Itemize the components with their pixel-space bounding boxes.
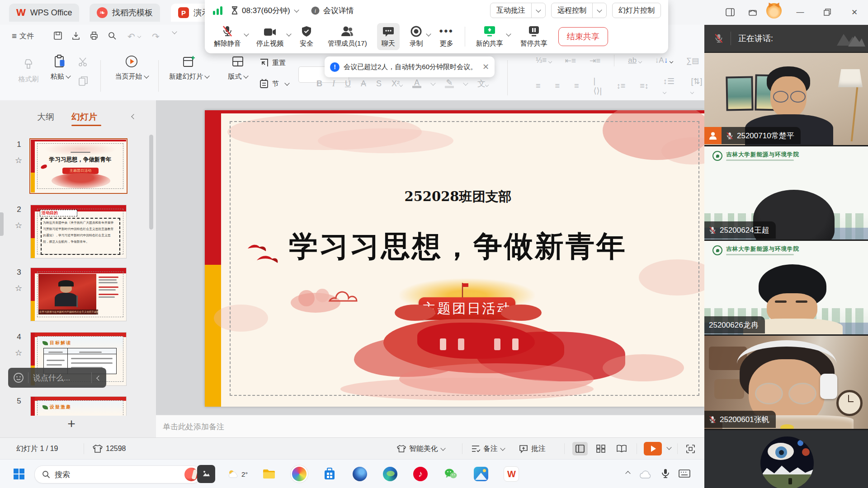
- start-button[interactable]: [10, 465, 28, 483]
- underline-button[interactable]: U: [345, 79, 351, 89]
- taskbar-search[interactable]: 搜索: [34, 465, 201, 483]
- distribute-h-button[interactable]: ≡↕: [640, 81, 649, 91]
- favorite-star-icon[interactable]: ☆: [13, 155, 24, 165]
- align-right-button[interactable]: ≡: [574, 81, 579, 91]
- end-share-button[interactable]: 结束共享: [558, 27, 608, 46]
- sidebar-scrollbar[interactable]: [149, 135, 153, 230]
- screenshot-app-icon[interactable]: [197, 465, 215, 483]
- chat-quick-input[interactable]: 说点什么...: [8, 368, 106, 388]
- slide-thumbnail-5[interactable]: 设疑激趣: [30, 396, 127, 416]
- timer-chevron[interactable]: [294, 7, 299, 12]
- record-chevron[interactable]: [427, 29, 430, 37]
- play-from-current-button[interactable]: 当页开始: [108, 55, 156, 81]
- superscript-button[interactable]: X²: [392, 79, 402, 89]
- distribute-v-button[interactable]: ↕≡: [617, 81, 626, 91]
- char-spacing-button[interactable]: ab: [628, 56, 642, 65]
- save-icon[interactable]: [53, 31, 62, 40]
- participant-video-1[interactable]: 25200710常楚平: [704, 53, 868, 146]
- strikethrough-button[interactable]: A: [361, 79, 366, 89]
- participant-video-2[interactable]: 吉林大学新能源与环境学院 25200624王超: [704, 146, 868, 241]
- slide-thumbnail-3[interactable]: 在学习贯彻习近平新时代中国特色社会主义思想主题教育工作会议上的讲话: [30, 267, 127, 321]
- weather-widget[interactable]: 2°: [227, 469, 248, 479]
- new-slide-button[interactable]: 新建幻灯片: [164, 55, 214, 81]
- restore-button[interactable]: [820, 5, 835, 19]
- reading-view-button[interactable]: [614, 442, 629, 455]
- touch-keyboard-icon[interactable]: [679, 469, 690, 479]
- participant-video-3[interactable]: 吉林大学新能源与环境学院 25200626龙冉: [704, 241, 868, 336]
- annotate-chevron[interactable]: [531, 3, 545, 18]
- add-slide-button[interactable]: +: [62, 417, 80, 432]
- slide-org-text[interactable]: 252028班团支部: [368, 188, 548, 206]
- widgets-icon[interactable]: [745, 5, 760, 19]
- tray-expand-icon[interactable]: [625, 471, 630, 476]
- netease-music-icon[interactable]: ♪: [411, 465, 429, 483]
- collapse-sidebar-icon[interactable]: [132, 112, 136, 120]
- normal-view-button[interactable]: [572, 442, 588, 455]
- remote-chevron[interactable]: [592, 3, 606, 18]
- favorite-star-icon[interactable]: ☆: [13, 348, 24, 358]
- layout-button[interactable]: 版式: [220, 55, 256, 81]
- increase-indent-button[interactable]: ⇥≡: [590, 56, 600, 66]
- manage-members-button[interactable]: 管理成员(17): [323, 23, 372, 50]
- participant-video-4[interactable]: 25200601张帆: [704, 336, 868, 430]
- notes-button[interactable]: 备注: [471, 438, 505, 460]
- edge-browser-icon[interactable]: [381, 465, 399, 483]
- new-share-button[interactable]: 新的共享: [472, 23, 508, 50]
- decrease-indent-button[interactable]: ⇤≡: [565, 56, 576, 66]
- redo-icon[interactable]: ↷: [152, 31, 160, 42]
- chat-input-placeholder[interactable]: 说点什么...: [28, 373, 91, 383]
- find-icon[interactable]: [108, 31, 117, 40]
- share-chevron[interactable]: [507, 29, 510, 37]
- template-count[interactable]: 12598: [93, 438, 126, 460]
- slide-sorter-view-button[interactable]: [593, 442, 609, 455]
- notes-area[interactable]: 单击此处添加备注: [156, 415, 711, 438]
- wps-app-icon[interactable]: W: [502, 465, 520, 483]
- file-explorer-icon[interactable]: [260, 465, 278, 483]
- minimize-button[interactable]: —: [793, 5, 808, 19]
- slide-control-button[interactable]: 幻灯片控制: [612, 3, 661, 18]
- tab-slides[interactable]: 幻灯片: [71, 111, 97, 123]
- colorful-app-icon[interactable]: [290, 465, 308, 483]
- play-options-chevron[interactable]: [666, 445, 671, 450]
- undo-icon[interactable]: ↶: [127, 31, 141, 42]
- user-avatar[interactable]: [766, 4, 782, 18]
- fullscreen-button[interactable]: [683, 442, 698, 455]
- copy-icon[interactable]: [78, 75, 89, 86]
- slide-thumbnail-1[interactable]: 学习习思想，争做新青年 主题团日活动: [30, 139, 127, 193]
- font-color-chevron[interactable]: [430, 80, 435, 85]
- participant-video-5[interactable]: [704, 430, 868, 488]
- comment-button[interactable]: 批注: [519, 438, 546, 460]
- favorite-star-icon[interactable]: ☆: [13, 283, 24, 293]
- tab-docer-templates[interactable]: ❧ 找稻壳模板: [90, 4, 160, 22]
- slide-thumbnail-2[interactable]: 活动目的 为响应共青团中央《关于面向广大团员和青年开展学习贯彻习近平新时代中国特…: [30, 205, 127, 258]
- unmute-button[interactable]: 解除静音: [209, 23, 245, 50]
- video-chevron[interactable]: [287, 29, 291, 37]
- reset-button[interactable]: 重置: [259, 57, 286, 68]
- edge-scroll-pill[interactable]: [0, 212, 4, 236]
- wechat-icon[interactable]: [442, 465, 460, 483]
- browser-app-icon[interactable]: [351, 465, 369, 483]
- search-highlight-image[interactable]: [184, 468, 198, 481]
- align-left-button[interactable]: ≡: [536, 81, 541, 91]
- highlight-chevron[interactable]: [463, 80, 468, 85]
- tab-wps-home[interactable]: W WPS Office: [9, 4, 79, 22]
- format-painter-button[interactable]: 格式刷: [14, 57, 43, 84]
- font-color-button[interactable]: A: [412, 80, 421, 88]
- tray-mic-icon[interactable]: [661, 469, 670, 479]
- smart-beautify-button[interactable]: 智能美化: [397, 438, 445, 460]
- italic-button[interactable]: I: [332, 79, 335, 89]
- shadow-button[interactable]: S: [376, 79, 382, 89]
- equation-button[interactable]: ∑▤: [686, 56, 699, 66]
- numbered-list-button[interactable]: ⅓≡: [536, 56, 552, 65]
- remote-control-button[interactable]: 远程控制: [551, 3, 607, 18]
- output-icon[interactable]: [71, 31, 80, 40]
- security-button[interactable]: 安全: [295, 23, 318, 50]
- mic-chevron[interactable]: [245, 29, 248, 37]
- highlight-button[interactable]: ✎: [445, 80, 454, 88]
- current-slide[interactable]: 252028班团支部 学习习思想，争做新青年 主: [205, 110, 704, 407]
- meeting-details-link[interactable]: 会议详情: [323, 5, 354, 16]
- align-center-button[interactable]: ≡: [555, 81, 560, 91]
- chat-button[interactable]: 聊天: [377, 23, 400, 50]
- photos-app-icon[interactable]: [472, 465, 490, 483]
- section-button[interactable]: 节: [259, 78, 289, 89]
